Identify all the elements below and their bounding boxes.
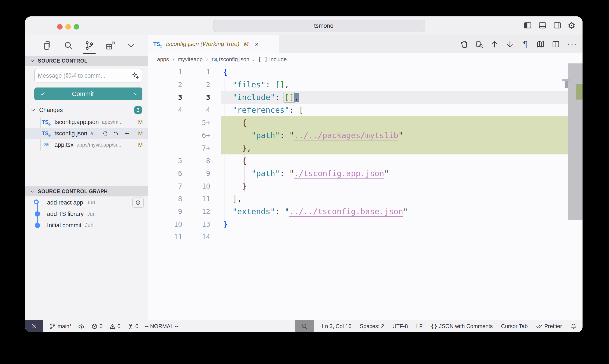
source-control-title: SOURCE CONTROL	[38, 58, 88, 64]
code-line[interactable]: 5 8 {	[148, 155, 583, 167]
tab-tsconfig-working-tree[interactable]: TS⚙ tsconfig.json (Working Tree) M ×	[148, 35, 279, 53]
file-name: tsconfig.app.json	[54, 119, 99, 126]
status-item-normal[interactable]: -- NORMAL --	[145, 323, 179, 329]
close-tab-icon[interactable]: ×	[255, 40, 259, 48]
whitespace-icon[interactable]: ¶	[521, 40, 530, 49]
zoom-indicator[interactable]	[295, 320, 314, 332]
minimize-window-button[interactable]	[65, 24, 71, 29]
token: "extends"	[232, 207, 275, 216]
source-control-graph-header[interactable]: SOURCE CONTROL GRAPH	[25, 186, 148, 196]
open-changes-icon[interactable]	[460, 40, 468, 49]
previous-change-icon[interactable]	[490, 40, 499, 49]
code-line[interactable]: 7 10 }	[148, 180, 583, 193]
code-line-added[interactable]: 7+ },	[148, 142, 583, 155]
code-line-added[interactable]: 6+ "path": "../../packages/mytslib"	[148, 129, 583, 142]
chevron-down-icon[interactable]	[126, 40, 136, 51]
token: ,	[237, 194, 242, 203]
stage-icon[interactable]	[124, 130, 130, 137]
search-icon[interactable]	[63, 40, 73, 51]
file-row-tsconfig.json[interactable]: TS⚙ tsconfig.json a... M	[25, 128, 148, 139]
token: :	[280, 169, 289, 178]
token: :	[266, 80, 275, 89]
source-control-icon[interactable]	[84, 40, 94, 51]
breadcrumb-item-myviteapp[interactable]: myviteapp	[178, 56, 203, 63]
code-line[interactable]: 8 11 ],	[148, 193, 583, 205]
file-row-tsconfig.app.json[interactable]: TS⚙ tsconfig.app.json apps/m... M	[25, 116, 148, 128]
status-item-main[interactable]: main*	[49, 323, 72, 330]
line-content: }	[221, 218, 568, 231]
back-icon[interactable]	[182, 21, 191, 30]
next-change-icon[interactable]	[505, 40, 514, 49]
commit-row[interactable]: add react app Juri	[25, 197, 148, 208]
commit-message-input[interactable]	[35, 72, 131, 79]
source-control-section-header[interactable]: SOURCE CONTROL	[25, 56, 148, 66]
sparkle-icon[interactable]	[131, 72, 139, 80]
status-item-cursor-tab[interactable]: Cursor Tab	[501, 323, 528, 329]
toggle-secondary-sidebar-icon[interactable]	[553, 21, 562, 30]
status-item-ln-3-col-16[interactable]: Ln 3, Col 16	[322, 323, 351, 329]
code-line[interactable]: 9 12 "extends": "../../tsconfig.base.jso…	[148, 205, 583, 218]
diff-review-icon[interactable]	[475, 40, 484, 49]
scroll-top-widget[interactable]	[562, 79, 570, 88]
checkout-action-button[interactable]	[132, 197, 144, 208]
token: [	[299, 105, 304, 114]
toggle-panel-icon[interactable]	[538, 21, 547, 30]
status-item-0[interactable]: 0	[91, 323, 103, 330]
ts-file-icon: TS⚙	[42, 130, 52, 136]
diff-editor[interactable]: 1 1 { 2 2 "files": [], 3 3 "include": []…	[148, 66, 583, 320]
status-item-utf-8[interactable]: UTF-8	[392, 323, 408, 329]
status-item-prettier[interactable]: Prettier	[536, 323, 562, 330]
status-item-lf[interactable]: LF	[416, 323, 423, 329]
token	[223, 182, 242, 191]
modified-line-number: 14	[183, 231, 211, 243]
breadcrumb-item-tsconfig.json[interactable]: TS⚙tsconfig.json	[211, 56, 249, 63]
cloud-upload-icon[interactable]	[78, 323, 85, 330]
extensions-icon[interactable]	[105, 40, 115, 51]
breadcrumb-item-apps[interactable]: apps	[157, 56, 169, 63]
breadcrumb-item-include[interactable]: [ ]include	[258, 56, 287, 63]
line-content: ],	[221, 193, 568, 205]
command-center-search[interactable]: tsmono	[213, 20, 425, 32]
code-line[interactable]: 10 13 }	[148, 218, 583, 231]
close-window-button[interactable]	[57, 24, 63, 29]
remote-icon	[31, 323, 38, 330]
code-line[interactable]: 3 3 "include": [],	[148, 91, 583, 104]
bell-icon[interactable]	[570, 323, 577, 330]
token: :	[280, 131, 289, 140]
more-actions-icon[interactable]: ···	[567, 40, 576, 49]
changes-header[interactable]: Changes 3	[25, 105, 148, 115]
code-line-added[interactable]: 5+ {	[148, 116, 583, 129]
code-line[interactable]: 6 9 "path": "./tsconfig.app.json"	[148, 167, 583, 180]
modified-line-number: 11	[183, 193, 211, 205]
map-icon[interactable]	[536, 40, 545, 49]
status-item-0[interactable]: 0	[109, 323, 120, 330]
open-file-icon[interactable]	[102, 130, 108, 137]
file-actions	[102, 130, 130, 137]
split-editor-icon[interactable]	[551, 40, 560, 49]
commit-author: Juri	[87, 199, 95, 206]
file-row-app.tsx[interactable]: ⚛ app.tsx apps/myviteapp/sr... M	[25, 139, 148, 151]
commit-row[interactable]: add TS library Juri	[25, 208, 148, 220]
code-line[interactable]: 2 2 "files": [],	[148, 78, 583, 91]
settings-gear-icon[interactable]: ⚙	[568, 21, 577, 30]
code-line[interactable]: 1 1 {	[148, 66, 583, 78]
remote-indicator[interactable]	[25, 320, 43, 332]
token	[223, 93, 232, 102]
commit-row[interactable]: Initial commit Juri	[25, 220, 148, 231]
breadcrumb-separator: ›	[206, 56, 208, 63]
discard-icon[interactable]	[113, 130, 119, 137]
maximize-window-button[interactable]	[74, 24, 79, 29]
token: []	[285, 93, 294, 102]
status-item-0[interactable]: 0	[127, 323, 139, 330]
status-item-json-with-comments[interactable]: {}JSON with Comments	[431, 323, 493, 329]
status-item-spaces-2[interactable]: Spaces: 2	[360, 323, 384, 329]
code-line[interactable]: 11 14	[148, 231, 583, 243]
explorer-icon[interactable]	[42, 40, 52, 51]
code-line[interactable]: 4 4 "references": [	[148, 104, 583, 116]
forward-icon[interactable]	[197, 21, 206, 30]
toggle-primary-sidebar-icon[interactable]	[523, 21, 532, 30]
search-icon	[305, 23, 312, 29]
commit-dropdown-button[interactable]	[129, 88, 143, 100]
commit-button[interactable]: ✓ Commit	[34, 88, 143, 100]
ts-file-icon: TS⚙	[42, 119, 52, 125]
